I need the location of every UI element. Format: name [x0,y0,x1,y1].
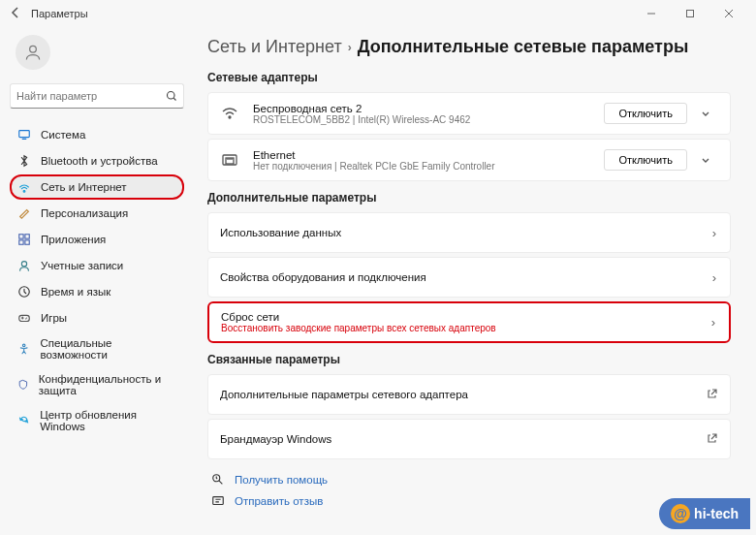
search-input-wrapper[interactable] [10,83,184,109]
update-icon [17,414,30,427]
item-title: Сброс сети [221,311,711,323]
gaming-icon [17,311,31,325]
maximize-button[interactable] [671,0,709,27]
sidebar-item-system[interactable]: Система [10,122,184,147]
breadcrumb: Сеть и Интернет › Дополнительные сетевые… [207,37,731,57]
minimize-button[interactable] [632,0,671,27]
apps-icon [17,233,31,246]
chevron-right-icon: › [711,315,717,330]
advanced-item[interactable]: Свойства оборудования и подключения› [207,257,731,298]
chevron-right-icon: › [348,41,352,54]
search-icon [166,90,177,102]
external-link-icon [707,388,718,401]
sidebar-item-accounts[interactable]: Учетные записи [10,253,184,278]
sidebar-item-bluetooth[interactable]: Bluetooth и устройства [10,148,184,173]
sidebar-item-label: Центр обновления Windows [40,409,176,432]
svg-point-2 [168,92,175,100]
svg-point-12 [229,116,231,118]
sidebar-item-personalization[interactable]: Персонализация [10,201,184,226]
back-button[interactable] [8,5,23,23]
accessibility-icon [17,342,30,356]
section-related-title: Связанные параметры [207,353,731,366]
system-icon [17,128,31,142]
adapter-sub: ROSTELECOM_5BB2 | Intel(R) Wireless-AC 9… [253,114,604,125]
feedback-link[interactable]: Отправить отзыв [211,494,731,508]
sidebar-item-label: Время и язык [41,286,110,298]
svg-point-1 [30,46,37,52]
personalization-icon [17,206,31,220]
svg-rect-5 [25,235,29,238]
wifi-icon [220,104,239,123]
privacy-icon [17,378,29,392]
item-title: Дополнительные параметры сетевого адапте… [220,389,707,400]
close-button[interactable] [709,0,748,27]
expand-button[interactable] [693,147,718,173]
search-input[interactable] [16,90,166,102]
accounts-icon [17,259,31,272]
disconnect-button[interactable]: Отключить [604,103,687,124]
item-title: Свойства оборудования и подключения [220,271,712,283]
breadcrumb-current: Дополнительные сетевые параметры [358,37,689,57]
sidebar-item-gaming[interactable]: Игры [10,305,184,330]
adapter-title: Ethernet [253,149,604,161]
chevron-right-icon: › [712,226,718,240]
sidebar-item-apps[interactable]: Приложения [10,227,184,252]
watermark: @hi-tech [659,498,750,529]
adapter-sub: Нет подключения | Realtek PCIe GbE Famil… [253,161,604,172]
related-item[interactable]: Брандмауэр Windows [207,419,731,459]
adapter-card[interactable]: Беспроводная сеть 2ROSTELECOM_5BB2 | Int… [207,92,731,135]
sidebar-item-label: Система [41,129,85,141]
sidebar-item-label: Bluetooth и устройства [41,155,158,167]
adapter-card[interactable]: EthernetНет подключения | Realtek PCIe G… [207,139,731,181]
item-title: Использование данных [220,227,712,238]
get-help-link[interactable]: Получить помощь [211,473,731,487]
feedback-icon [211,494,225,508]
ethernet-icon [220,150,239,170]
expand-button[interactable] [693,101,718,126]
sidebar-item-update[interactable]: Центр обновления Windows [10,403,184,438]
svg-point-8 [21,262,26,267]
sidebar-item-privacy[interactable]: Конфиденциальность и защита [10,367,184,402]
bluetooth-icon [17,154,31,168]
breadcrumb-parent[interactable]: Сеть и Интернет [207,37,342,57]
related-item[interactable]: Дополнительные параметры сетевого адапте… [207,374,731,415]
sidebar-item-label: Конфиденциальность и защита [39,373,176,396]
section-advanced-title: Дополнительные параметры [207,191,731,205]
sidebar-item-label: Персонализация [41,207,128,219]
sidebar-item-label: Игры [41,312,67,324]
item-sub: Восстановить заводские параметры всех се… [221,323,711,333]
svg-rect-0 [687,11,694,17]
section-adapters-title: Сетевые адаптеры [207,71,731,84]
svg-rect-6 [19,240,23,244]
sidebar-item-network[interactable]: Сеть и Интернет [10,174,184,200]
svg-rect-10 [19,315,30,321]
advanced-item[interactable]: Использование данных› [207,212,731,253]
sidebar-item-label: Сеть и Интернет [41,181,127,193]
time-icon [17,285,31,299]
svg-rect-7 [25,240,29,244]
adapter-title: Беспроводная сеть 2 [253,103,604,114]
sidebar-item-time[interactable]: Время и язык [10,279,184,304]
sidebar-item-accessibility[interactable]: Специальные возможности [10,331,184,366]
sidebar-item-label: Специальные возможности [40,337,176,361]
item-title: Брандмауэр Windows [220,433,707,445]
svg-rect-16 [213,497,224,505]
external-link-icon [707,432,718,446]
svg-rect-3 [19,131,30,138]
chevron-right-icon: › [712,270,718,285]
window-title: Параметры [31,8,88,19]
advanced-item[interactable]: Сброс сетиВосстановить заводские парамет… [207,301,731,343]
disconnect-button[interactable]: Отключить [604,149,687,171]
svg-point-11 [22,344,25,347]
svg-rect-4 [19,235,23,238]
sidebar-item-label: Учетные записи [41,260,123,271]
avatar[interactable] [16,35,50,70]
network-icon [17,180,31,194]
help-icon [211,473,225,487]
sidebar-item-label: Приложения [41,234,106,245]
